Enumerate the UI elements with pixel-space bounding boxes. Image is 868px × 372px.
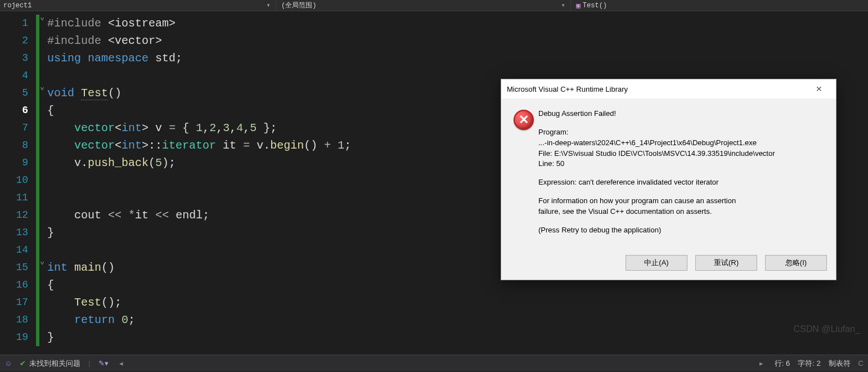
problems-text: 未找到相关问题 [29, 358, 80, 369]
code-line[interactable]: cout << *it << endl; [39, 207, 351, 224]
code-line[interactable] [39, 67, 351, 84]
project-name: roject1 [3, 2, 32, 10]
code-line[interactable]: } [39, 224, 351, 241]
project-dropdown[interactable]: roject1 ▾ [0, 0, 276, 11]
line-number: 10 [0, 172, 36, 189]
code-line[interactable]: { [39, 102, 351, 119]
watermark: CSDN @Liufan_ [793, 324, 860, 334]
ignore-button[interactable]: 忽略(I) [765, 255, 827, 271]
dialog-heading: Debug Assertion Failed! [538, 109, 824, 119]
code-line[interactable] [39, 172, 351, 189]
line-number: 11 [0, 189, 36, 207]
line-number: 15 [0, 259, 36, 276]
code-line[interactable]: vector<int> v = { 1,2,3,4,5 }; [39, 119, 351, 137]
runtime-error-dialog: Microsoft Visual C++ Runtime Library ✕ ✕… [501, 79, 836, 280]
dialog-titlebar[interactable]: Microsoft Visual C++ Runtime Library ✕ [501, 79, 836, 98]
line-number: 7 [0, 119, 36, 137]
line-number: 4 [0, 67, 36, 84]
line-number: 9 [0, 154, 36, 172]
code-line[interactable]: using namespace std; [39, 50, 351, 67]
scope-label: (全局范围) [281, 1, 316, 10]
scroll-right-icon[interactable]: ▸ [757, 359, 767, 367]
line-number: 19 [0, 329, 36, 346]
code-line[interactable]: vector<int>::iterator it = v.begin() + 1… [39, 137, 351, 154]
code-line[interactable] [39, 241, 351, 259]
dialog-message: Debug Assertion Failed! Program: ...-in-… [538, 109, 824, 244]
problems-chip[interactable]: ✔ 未找到相关问题 [20, 358, 80, 369]
line-number: 12 [0, 207, 36, 224]
line-number: 3 [0, 50, 36, 67]
cursor-col: 字符: 2 [798, 358, 820, 369]
function-dropdown[interactable]: ▣ Test() [573, 0, 868, 11]
cursor-line: 行: 6 [775, 358, 790, 369]
check-icon: ✔ [20, 359, 26, 367]
chevron-down-icon: ▾ [559, 1, 567, 10]
code-line[interactable]: ˅#include <iostream> [39, 15, 351, 32]
code-line[interactable]: ˅int main() [39, 259, 351, 276]
line-number: 5 [0, 84, 36, 102]
feedback-icon[interactable]: ☺ [5, 359, 12, 367]
chevron-down-icon: ▾ [264, 1, 272, 10]
dialog-title: Microsoft Visual C++ Runtime Library [507, 85, 808, 93]
line-number: 8 [0, 137, 36, 154]
scroll-left-icon[interactable]: ◂ [116, 359, 127, 367]
code-line[interactable]: ˅void Test() [39, 84, 351, 102]
indent-mode[interactable]: 制表符 [829, 358, 851, 369]
line-number: 18 [0, 311, 36, 329]
code-line[interactable] [39, 189, 351, 207]
code-line[interactable]: #include <vector> [39, 32, 351, 50]
code-line[interactable]: return 0; [39, 311, 351, 329]
line-number: 14 [0, 241, 36, 259]
line-number: 16 [0, 276, 36, 294]
retry-button[interactable]: 重试(R) [695, 255, 757, 271]
code-line[interactable]: { [39, 276, 351, 294]
brush-icon[interactable]: ✎▾ [98, 359, 109, 367]
method-icon: ▣ [576, 1, 581, 10]
code-line[interactable]: } [39, 329, 351, 346]
status-extra: C [858, 359, 863, 367]
line-number: 2 [0, 32, 36, 50]
close-icon[interactable]: ✕ [808, 84, 830, 93]
code-editor[interactable]: 12345678910111213141516171819 ˅#include … [0, 11, 868, 355]
line-number: 1 [0, 15, 36, 32]
line-number-gutter: 12345678910111213141516171819 [0, 11, 36, 355]
code-line[interactable]: v.push_back(5); [39, 154, 351, 172]
code-area[interactable]: ˅#include <iostream> #include <vector> u… [39, 11, 351, 355]
function-name: Test() [583, 2, 607, 10]
line-number: 17 [0, 294, 36, 311]
code-line[interactable]: Test(); [39, 294, 351, 311]
status-bar: ☺ ✔ 未找到相关问题 | ✎▾ ◂ ▸ 行: 6 字符: 2 制表符 C [0, 355, 868, 371]
scope-dropdown[interactable]: (全局范围) ▾ [278, 0, 570, 11]
breadcrumb-bar: roject1 ▾ (全局范围) ▾ ▣ Test() [0, 0, 868, 11]
error-icon: ✕ [514, 109, 538, 244]
line-number: 6 [0, 102, 36, 119]
line-number: 13 [0, 224, 36, 241]
abort-button[interactable]: 中止(A) [626, 255, 687, 271]
